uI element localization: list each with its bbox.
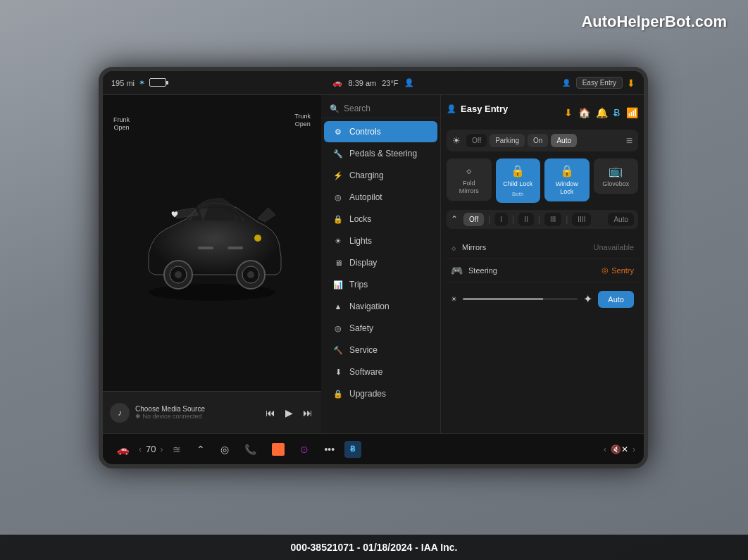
vol-left-chevron[interactable]: ‹	[604, 444, 606, 454]
lights-off-button[interactable]: Off	[466, 134, 487, 147]
glovebox-button[interactable]: 📺 Glovebox	[594, 158, 639, 194]
lights-on-label: On	[533, 137, 542, 144]
menu-item-upgrades[interactable]: 🔒 Upgrades	[324, 383, 437, 404]
trips-icon: 📊	[332, 280, 344, 290]
menu-item-display[interactable]: 🖥 Display	[324, 252, 437, 273]
temp-display: 23°F	[382, 79, 398, 87]
vol-right-chevron[interactable]: ›	[632, 444, 635, 454]
prev-button[interactable]: ⏮	[264, 406, 277, 420]
mirrors-row-icon: ⬦	[451, 242, 456, 253]
taskbar-heat[interactable]: ≋	[167, 441, 187, 458]
menu-item-locks[interactable]: 🔒 Locks	[324, 209, 437, 230]
taskbar-wiper[interactable]: ⌃	[191, 441, 211, 458]
menu-item-controls[interactable]: ⚙ Controls	[324, 121, 437, 142]
wiper-taskbar-icon: ⌃	[197, 444, 205, 455]
wiper-main-icon: ⌃	[451, 214, 458, 224]
bt-top-icon: Ƀ	[613, 107, 621, 118]
menu-label-service: Service	[349, 345, 378, 355]
taskbar-car[interactable]: 🚗	[111, 441, 135, 458]
download-top-icon: ⬇	[564, 107, 573, 118]
fold-mirrors-button[interactable]: ⬦ FoldMirrors	[447, 158, 492, 201]
controls-panel: 👤 Easy Entry ⬇ 🏠 🔔 Ƀ 📶 ☀ Off	[441, 95, 644, 433]
menu-item-service[interactable]: 🔨 Service	[324, 340, 437, 361]
panel-header: 👤 Easy Entry	[447, 101, 508, 117]
wiper-sep-2: |	[511, 214, 516, 224]
locks-icon: 🔒	[332, 215, 344, 224]
brightness-low-icon: ☀	[451, 295, 457, 303]
lights-parking-label: Parking	[495, 137, 519, 144]
lights-row: ☀ Off Parking On Auto ≡	[447, 130, 638, 151]
lights-off-label: Off	[472, 137, 481, 144]
svg-text:🤍: 🤍	[171, 211, 178, 218]
taskbar-apps[interactable]	[266, 440, 290, 459]
menu-item-pedals[interactable]: 🔧 Pedals & Steering	[324, 143, 437, 164]
window-lock-icon: 🔒	[560, 164, 574, 178]
menu-item-trips[interactable]: 📊 Trips	[324, 274, 437, 295]
window-lock-button[interactable]: 🔒 WindowLock	[544, 158, 590, 201]
time-display: 8:39 am	[348, 79, 376, 87]
panel-title: Easy Entry	[461, 104, 508, 114]
menu-item-charging[interactable]: ⚡ Charging	[324, 165, 437, 186]
wiper-sep-3: |	[537, 214, 542, 224]
media-controls[interactable]: ⏮ ▶ ⏭	[264, 406, 314, 420]
wiper-ii-button[interactable]: II	[518, 213, 534, 226]
temp-value: 70	[146, 444, 156, 454]
mirrors-value: Unavailable	[594, 243, 634, 251]
software-icon: ⬇	[332, 368, 344, 377]
taskbar-ac[interactable]: ◎	[215, 441, 235, 458]
temp-left-chevron[interactable]: ‹	[139, 444, 142, 454]
lights-parking-button[interactable]: Parking	[490, 134, 525, 147]
auto-brightness-button[interactable]: Auto	[598, 291, 634, 308]
signal-top-icon: 📶	[626, 107, 638, 118]
child-lock-sublabel: Both	[512, 191, 523, 197]
menu-item-software[interactable]: ⬇ Software	[324, 361, 437, 382]
svg-point-9	[254, 235, 261, 242]
svg-point-6	[247, 271, 254, 278]
play-button[interactable]: ▶	[284, 406, 294, 420]
temp-right-chevron[interactable]: ›	[160, 444, 163, 454]
menu-item-autopilot[interactable]: ◎ Autopilot	[324, 187, 437, 208]
bluetooth-taskbar-icon: Ƀ	[350, 444, 356, 454]
taskbar-camera[interactable]: ⊙	[294, 441, 314, 458]
menu-item-lights[interactable]: ☀ Lights	[324, 230, 437, 251]
controls-icon: ⚙	[332, 127, 344, 137]
menu-item-safety[interactable]: ◎ Safety	[324, 318, 437, 339]
lights-auto-button[interactable]: Auto	[551, 134, 577, 147]
wiper-iiii-button[interactable]: IIII	[572, 213, 591, 226]
lights-auto-label: Auto	[556, 137, 571, 144]
search-box[interactable]: 🔍 Search	[321, 99, 440, 118]
frunk-label: Frunk Open	[113, 116, 130, 132]
wiper-i-button[interactable]: I	[494, 213, 508, 226]
battery-icon	[149, 77, 166, 89]
wiper-auto-button[interactable]: Auto	[608, 213, 634, 226]
steering-label: Steering	[468, 266, 497, 275]
taskbar-bluetooth[interactable]: Ƀ	[344, 441, 361, 458]
svg-rect-8	[227, 247, 243, 249]
car-visual: Frunk Open Trunk Open	[103, 95, 321, 391]
easy-entry-label[interactable]: Easy Entry	[576, 77, 623, 89]
brightness-slider[interactable]	[463, 298, 578, 300]
lights-icon: ☀	[332, 237, 344, 246]
wiper-off-button[interactable]: Off	[463, 213, 484, 226]
lights-on-button[interactable]: On	[528, 134, 548, 147]
menu-label-locks: Locks	[349, 214, 371, 224]
display-icon: 🖥	[332, 259, 344, 267]
menu-item-navigation[interactable]: ▲ Navigation	[324, 296, 437, 317]
tesla-screen: 195 mi ✶ 🚗 8:39 am 23°F 👤 👤 Easy Entry ⬇	[99, 67, 648, 468]
bluetooth-icon: ✶	[139, 78, 145, 87]
menu-label-lights: Lights	[349, 236, 372, 246]
more-icon: •••	[324, 444, 335, 455]
menu-label-pedals: Pedals & Steering	[349, 149, 417, 158]
menu-label-autopilot: Autopilot	[349, 192, 382, 202]
media-icon: ♪	[110, 403, 130, 423]
child-lock-button[interactable]: 🔒 Child Lock Both	[496, 158, 541, 203]
download-icon: ⬇	[627, 77, 635, 89]
lights-extra-icon: ≡	[626, 135, 632, 147]
wiper-iii-button[interactable]: III	[544, 213, 561, 226]
wiper-sep-1: |	[487, 214, 492, 224]
taskbar-phone[interactable]: 📞	[239, 441, 262, 458]
easy-entry-icon: 👤	[562, 79, 571, 87]
taskbar-more[interactable]: •••	[318, 441, 340, 458]
pedals-icon: 🔧	[332, 149, 344, 158]
next-button[interactable]: ⏭	[301, 406, 314, 420]
